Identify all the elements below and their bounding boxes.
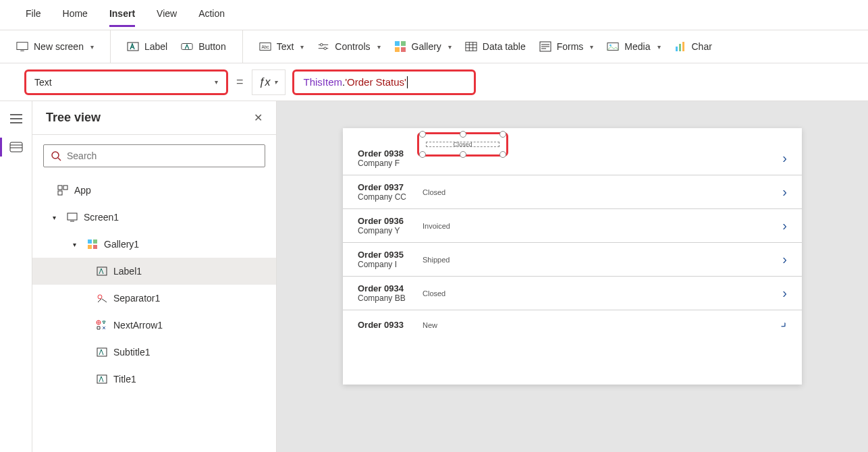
screen-icon	[66, 211, 78, 223]
button-button[interactable]: Button	[174, 36, 232, 57]
forms-icon	[539, 40, 551, 53]
gallery-item-status: Closed	[423, 289, 445, 298]
gallery-item-status: Invoiced	[423, 222, 450, 230]
tree-node-nextarrow1[interactable]: NextArrow1	[32, 312, 276, 339]
menu-action[interactable]: Action	[198, 8, 225, 22]
tree-node-label: NextArrow1	[113, 320, 163, 331]
chevron-down-icon: ▾	[448, 43, 452, 51]
chevron-down-icon: ▾	[90, 43, 94, 51]
next-arrow-icon[interactable]: ›	[782, 218, 787, 233]
text-cursor	[407, 76, 408, 88]
tree-node-separator1[interactable]: Separator1	[32, 285, 276, 312]
gallery-item[interactable]: Order 0936 Company Y Invoiced ›	[343, 209, 802, 243]
text-button[interactable]: Abc Text ▾	[252, 36, 311, 57]
tree-search[interactable]	[43, 144, 265, 167]
gallery-item-subtitle: Company F	[358, 159, 418, 168]
chart-label: Char	[692, 41, 712, 52]
gallery-icon	[86, 238, 99, 250]
controls-label: Controls	[335, 41, 370, 52]
search-input[interactable]	[67, 150, 258, 161]
app-icon	[57, 184, 69, 196]
tree-node-label: Screen1	[84, 212, 119, 223]
equals-sign: =	[236, 75, 244, 89]
button-icon	[181, 40, 193, 53]
gallery-item-title: Order 0935	[358, 250, 418, 260]
tree-node-label: Title1	[113, 374, 136, 385]
formula-input[interactable]: ThisItem.'Order Status'	[292, 69, 476, 95]
gallery-item[interactable]: Order 0934 Company BB Closed ›	[343, 277, 802, 310]
svg-point-31	[52, 152, 59, 159]
svg-point-9	[324, 47, 327, 50]
menu-view[interactable]: View	[157, 8, 177, 22]
gallery-item[interactable]: Order 0938 Company F ›	[343, 142, 802, 175]
formula-overflow[interactable]	[476, 69, 857, 95]
gallery-item[interactable]: Order 0933 New ›	[343, 310, 802, 339]
media-label: Media	[624, 41, 650, 52]
media-icon	[607, 40, 619, 53]
gallery-button[interactable]: Gallery ▾	[387, 36, 458, 57]
menu-insert[interactable]: Insert	[109, 8, 135, 22]
data-table-button[interactable]: Data table	[458, 36, 533, 57]
controls-button[interactable]: Controls ▾	[310, 36, 387, 57]
tree-node-screen1[interactable]: ▾ Screen1	[32, 204, 276, 231]
next-arrow-icon[interactable]: ›	[782, 150, 787, 166]
next-arrow-icon[interactable]: ›	[782, 285, 787, 301]
tree-node-app[interactable]: App	[32, 177, 276, 204]
selected-label-frame[interactable]: Closed	[417, 132, 508, 157]
menu-home[interactable]: Home	[63, 8, 88, 22]
media-button[interactable]: Media ▾	[600, 36, 667, 57]
canvas-area: Order 0938 Company F › Order 0937 Compan…	[277, 101, 868, 452]
gallery-icon	[394, 40, 406, 53]
tree-node-label: Subtitle1	[113, 347, 150, 358]
label-icon	[96, 373, 108, 385]
label-button[interactable]: Label	[120, 36, 174, 57]
svg-rect-33	[58, 186, 62, 190]
svg-rect-13	[401, 47, 406, 52]
text-icon: Abc	[259, 40, 271, 53]
app-preview[interactable]: Order 0938 Company F › Order 0937 Compan…	[343, 128, 802, 385]
next-arrow-icon[interactable]: ›	[782, 252, 787, 267]
formula-token-string: 'Order Status'	[345, 76, 406, 88]
formula-bar: Text ▾ = ƒx ▾ ThisItem.'Order Status'	[0, 63, 868, 101]
tree-node-title1[interactable]: Title1	[32, 366, 276, 393]
svg-rect-39	[93, 239, 97, 244]
next-arrow-icon[interactable]: ›	[778, 318, 792, 332]
gallery-item-title: Order 0936	[358, 216, 418, 226]
next-arrow-icon[interactable]: ›	[782, 184, 787, 200]
gallery-item[interactable]: Order 0937 Company CC Closed ›	[343, 175, 802, 209]
gallery-item[interactable]: Order 0935 Company I Shipped ›	[343, 243, 802, 277]
tree-node-label: App	[74, 185, 91, 196]
gallery-item-status: Shipped	[423, 256, 450, 264]
controls-icon	[317, 40, 329, 53]
menu-file[interactable]: File	[26, 8, 41, 22]
new-screen-label: New screen	[34, 41, 84, 52]
data-table-label: Data table	[483, 41, 526, 52]
expand-arrow-icon[interactable]: ▾	[53, 214, 61, 221]
tree-node-label1[interactable]: Label1	[32, 258, 276, 285]
tree-node-label: Label1	[113, 266, 142, 277]
tree-node-subtitle1[interactable]: Subtitle1	[32, 339, 276, 366]
fx-button[interactable]: ƒx ▾	[252, 69, 286, 95]
close-icon[interactable]: ✕	[254, 111, 263, 124]
expand-arrow-icon[interactable]: ▾	[73, 241, 81, 248]
chevron-down-icon: ▾	[657, 43, 661, 51]
svg-point-24	[609, 45, 612, 47]
property-value: Text	[34, 77, 52, 88]
svg-rect-14	[466, 43, 477, 51]
hamburger-button[interactable]	[8, 111, 24, 127]
chart-button[interactable]: Char	[668, 36, 719, 57]
label-icon	[96, 265, 108, 277]
gallery-item-title: Order 0934	[358, 283, 418, 293]
property-dropdown[interactable]: Text ▾	[24, 69, 228, 95]
gallery-item-subtitle: Company CC	[358, 192, 418, 202]
left-rail	[0, 101, 32, 452]
svg-rect-40	[88, 245, 92, 249]
search-icon	[51, 150, 61, 161]
formula-token-thisitem: ThisItem	[304, 76, 343, 88]
tree-view-rail-button[interactable]	[8, 139, 24, 155]
forms-button[interactable]: Forms ▾	[533, 36, 601, 57]
svg-rect-26	[679, 44, 681, 51]
screen-icon	[16, 40, 28, 53]
tree-node-gallery1[interactable]: ▾ Gallery1	[32, 231, 276, 258]
new-screen-button[interactable]: New screen ▾	[9, 36, 101, 57]
